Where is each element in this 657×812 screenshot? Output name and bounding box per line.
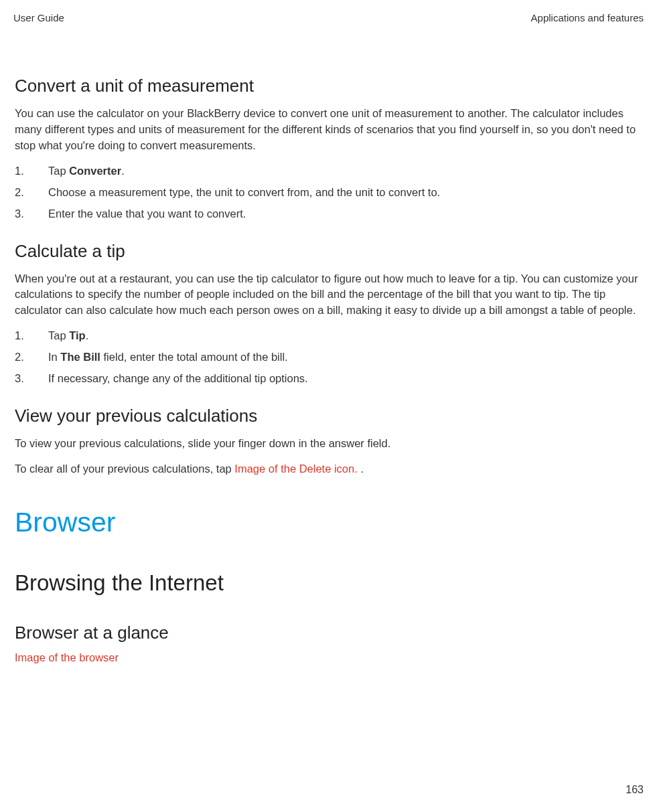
step-text: field, enter the total amount of the bil…: [100, 351, 288, 363]
step-bold: The Bill: [60, 351, 100, 363]
step-text: .: [121, 165, 125, 177]
step-text: Tap: [48, 329, 69, 341]
step-text: Tap: [48, 165, 69, 177]
delete-icon-alt-text: Image of the Delete icon.: [234, 463, 357, 475]
page-number: 163: [626, 784, 644, 796]
step-bold: Converter: [69, 165, 121, 177]
step-item: Tap Tip.: [15, 328, 642, 344]
heading-previous-calculations: View your previous calculations: [15, 406, 642, 426]
paragraph-text: .: [358, 463, 364, 475]
step-item: Choose a measurement type, the unit to c…: [15, 185, 642, 201]
heading-browsing-internet: Browsing the Internet: [15, 570, 642, 596]
heading-calculate-tip: Calculate a tip: [15, 241, 642, 262]
paragraph-convert-body: You can use the calculator on your Black…: [15, 106, 642, 154]
step-bold: Tip: [69, 329, 85, 341]
step-item: In The Bill field, enter the total amoun…: [15, 349, 642, 366]
paragraph-text: To clear all of your previous calculatio…: [15, 463, 234, 475]
page-header: User Guide Applications and features: [13, 12, 644, 23]
step-text: .: [86, 329, 89, 341]
step-item: If necessary, change any of the addition…: [15, 371, 642, 387]
header-left: User Guide: [13, 12, 64, 23]
step-item: Tap Converter.: [15, 163, 642, 179]
heading-browser: Browser: [15, 507, 642, 538]
paragraph-previous-body2: To clear all of your previous calculatio…: [15, 461, 642, 477]
steps-tip: Tap Tip. In The Bill field, enter the to…: [15, 328, 642, 387]
steps-convert: Tap Converter. Choose a measurement type…: [15, 163, 642, 222]
page-content: Convert a unit of measurement You can us…: [13, 76, 644, 664]
heading-browser-at-a-glance: Browser at a glance: [15, 623, 642, 643]
heading-convert-unit: Convert a unit of measurement: [15, 76, 642, 96]
paragraph-tip-body: When you're out at a restaurant, you can…: [15, 271, 642, 319]
step-item: Enter the value that you want to convert…: [15, 206, 642, 222]
step-text: In: [48, 351, 60, 363]
header-right: Applications and features: [531, 12, 644, 23]
browser-image-alt-text: Image of the browser: [15, 651, 642, 664]
paragraph-previous-body1: To view your previous calculations, slid…: [15, 436, 642, 452]
